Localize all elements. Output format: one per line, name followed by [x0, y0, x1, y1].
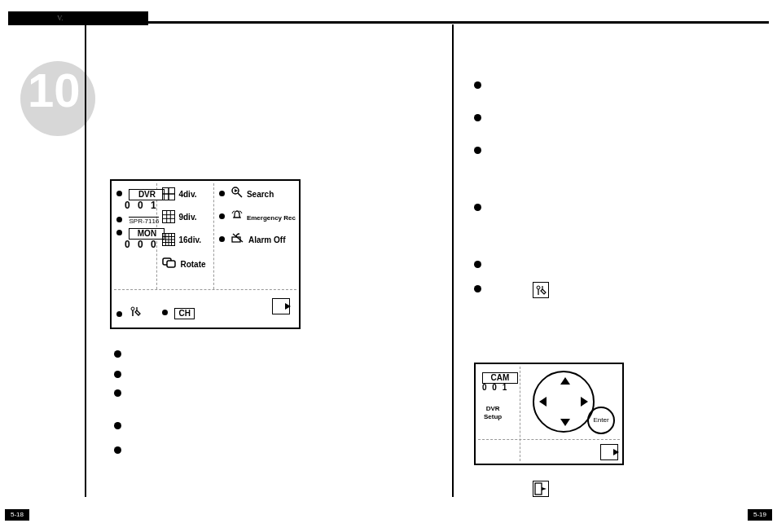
settings-button[interactable]: [116, 305, 142, 321]
joystick-pad[interactable]: [533, 371, 595, 433]
emergency-label: Emergency Rec: [247, 214, 296, 222]
bullet-icon: [219, 236, 225, 242]
dvr-setup-label: DVR Setup: [484, 405, 502, 421]
enter-button[interactable]: Enter: [587, 407, 615, 434]
div4-button[interactable]: 4div.: [162, 186, 197, 200]
boxed-exit-icon: [533, 481, 549, 497]
bell-icon: [231, 209, 243, 224]
bullet-icon: [474, 114, 481, 121]
bullet-icon: [116, 230, 122, 235]
svg-marker-24: [542, 487, 547, 490]
grid9-icon: [162, 210, 175, 223]
bullet-icon: [116, 311, 122, 317]
exit-button[interactable]: [276, 301, 294, 321]
model-label: SPR-7116: [129, 217, 159, 225]
rotate-button[interactable]: Rotate: [162, 256, 206, 271]
chapter-number: 10: [28, 67, 81, 114]
svg-point-19: [131, 307, 134, 310]
svg-rect-23: [535, 483, 542, 495]
alarmoff-label: Alarm Off: [248, 235, 286, 244]
header-rule: [8, 21, 769, 24]
search-button[interactable]: Search: [219, 186, 274, 201]
cam-tag[interactable]: CAM: [482, 372, 518, 384]
bullet-icon: [474, 285, 481, 292]
arrow-right-icon[interactable]: [581, 397, 588, 407]
mon-tag[interactable]: MON: [129, 228, 165, 240]
dvr-tag[interactable]: DVR: [129, 189, 165, 200]
bullet-icon: [116, 191, 122, 196]
ch-button[interactable]: CH: [162, 305, 195, 319]
exit-icon: [272, 298, 290, 314]
page-root: V. 10 DVR 0 0 1 SPR-7116 MON 0 0 0: [0, 0, 777, 532]
rotate-icon: [162, 257, 177, 271]
grid4-icon: [162, 187, 175, 200]
svg-marker-16: [235, 189, 238, 192]
bullet-icon: [474, 204, 481, 211]
arrow-down-icon[interactable]: [560, 419, 570, 426]
panel-bottom-row: CH: [112, 293, 299, 328]
bullet-icon: [474, 147, 481, 154]
emergency-rec-button[interactable]: Emergency Rec: [219, 209, 296, 224]
arrow-left-icon[interactable]: [539, 397, 547, 407]
bullet-icon: [219, 213, 225, 219]
arrow-up-icon[interactable]: [560, 377, 570, 385]
alarmoff-button[interactable]: Alarm Off: [219, 231, 285, 247]
left-column-rule: [85, 24, 86, 497]
svg-line-18: [233, 234, 243, 242]
mon-number: 0 0 0: [125, 240, 165, 249]
mon-tag-group: MON 0 0 0: [116, 225, 165, 249]
svg-rect-13: [167, 261, 175, 267]
bullet-icon: [114, 371, 121, 378]
dvr-control-panel: DVR 0 0 1 SPR-7116 MON 0 0 0 4div. 9div.: [110, 179, 301, 329]
page-number-left: 5-18: [5, 509, 29, 521]
svg-line-15: [238, 193, 242, 197]
dvr-number: 0 0 1: [125, 200, 165, 210]
div16-button[interactable]: 16div.: [162, 231, 201, 246]
bullet-icon: [114, 350, 121, 358]
div4-label: 4div.: [178, 190, 196, 199]
grid16-icon: [162, 233, 175, 246]
page-number-right: 5-19: [748, 509, 772, 521]
ch-label: CH: [174, 308, 194, 319]
panel-divider-v: [520, 367, 521, 461]
div9-label: 9div.: [178, 213, 196, 222]
bullet-icon: [114, 422, 121, 429]
bullet-icon: [219, 191, 225, 196]
wrench-icon: [129, 306, 142, 320]
dvr-tag-group: DVR 0 0 1: [116, 186, 165, 210]
bullet-icon: [162, 310, 168, 315]
search-icon: [231, 187, 243, 201]
rotate-label: Rotate: [180, 260, 205, 269]
boxed-settings-icon: [533, 282, 549, 298]
center-column-rule: [452, 24, 454, 497]
bullet-icon: [474, 261, 481, 268]
bullet-icon: [114, 446, 121, 454]
search-label: Search: [247, 190, 274, 199]
panel-divider-2: [213, 183, 215, 289]
bullet-icon: [474, 81, 481, 89]
cam-tag-group: CAM 0 0 1: [482, 369, 518, 392]
alarm-off-icon: [231, 232, 244, 247]
div9-button[interactable]: 9div.: [162, 209, 197, 223]
panel-divider-h: [478, 439, 620, 441]
exit-icon[interactable]: [600, 444, 618, 460]
cam-number: 0 0 1: [482, 384, 518, 392]
bullet-icon: [114, 389, 121, 397]
dvr-setup-panel: CAM 0 0 1 DVR Setup Enter: [474, 363, 624, 465]
bullet-icon: [116, 217, 122, 222]
panel-divider-h: [114, 289, 296, 291]
div16-label: 16div.: [178, 235, 201, 244]
svg-point-21: [537, 286, 540, 289]
